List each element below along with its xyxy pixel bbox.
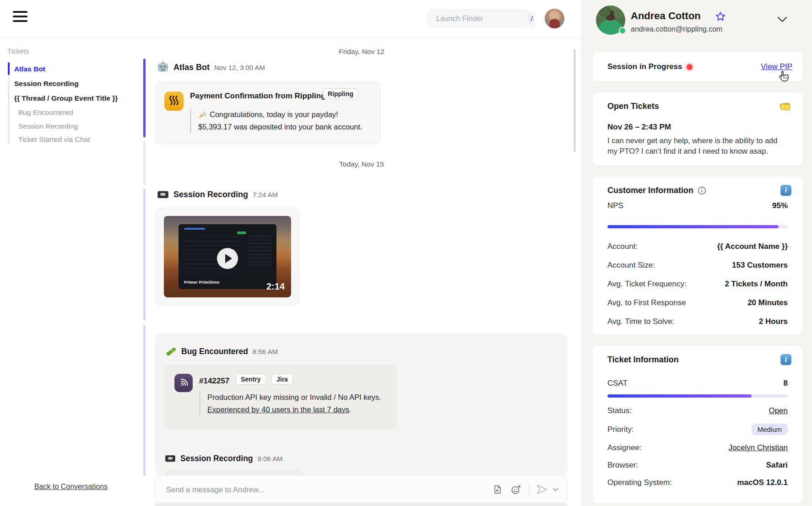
info-row-first-response: Avg. to First Response20 Minutes: [607, 298, 788, 307]
video-thumbnail[interactable]: Primer Primitives 2:14: [164, 216, 291, 297]
ticket-info-title: Ticket Information: [607, 355, 679, 365]
status-open-link[interactable]: Open: [769, 406, 788, 415]
tickets-icon: [779, 100, 791, 113]
cassette-icon: [157, 188, 169, 200]
message-header: Atlas Bot Nov 12, 3:00 AM: [157, 61, 265, 73]
send-message-icon[interactable]: [536, 484, 548, 495]
message-sender: Session Recording: [180, 454, 253, 463]
quote-line-1: Congratulations, today is your payday!: [210, 108, 338, 121]
payment-confirmation-card[interactable]: Payment Confirmation from Rippling Rippl…: [156, 81, 381, 144]
info-square-icon: i: [780, 185, 791, 196]
sidebar-item-atlas-bot[interactable]: Atlas Bot: [14, 65, 45, 73]
date-divider: Today, Nov 15: [156, 160, 568, 168]
video-duration: 2:14: [266, 281, 285, 292]
sidebar-item-session-recording-2[interactable]: Session Recording: [18, 122, 78, 130]
message-header: Bug Encountered 8:56 AM: [165, 346, 278, 357]
info-row-account: Account:{{ Account Name }}: [607, 242, 788, 251]
slash-shortcut-key: /: [531, 12, 533, 26]
sidebar-item-ticket-started-via-chat[interactable]: Ticket Started via Chat: [18, 135, 90, 144]
composer-divider: [529, 484, 530, 495]
payment-card-title: Payment Confirmation from Rippling: [190, 92, 326, 101]
ticket-message: I can never get any help, where is the a…: [607, 135, 790, 156]
message-composer[interactable]: [155, 475, 568, 504]
robot-icon: [157, 61, 169, 73]
agent-avatar[interactable]: [545, 9, 564, 28]
add-emoji-icon[interactable]: [510, 484, 522, 495]
thread-rail-segment: [143, 188, 146, 320]
bug-icon: [165, 346, 177, 357]
customer-name: Andrea Cotton: [631, 10, 701, 22]
info-row-account-size: Account Size:153 Customers: [607, 261, 788, 270]
sentry-badge: Sentry: [236, 374, 266, 385]
message-sender: Session Recording: [173, 190, 248, 199]
open-tickets-card: Open Tickets Nov 26 – 2:43 PM I can neve…: [593, 92, 802, 166]
favorite-star-icon[interactable]: [715, 11, 726, 22]
sidebar-item-session-recording[interactable]: Session Recording: [14, 80, 78, 88]
info-row-browser: Browser:Safari: [607, 461, 788, 470]
collapse-panel-chevron-icon[interactable]: [777, 16, 787, 23]
customer-info-title: Customer Information: [607, 186, 693, 195]
assignee-link[interactable]: Jocelyn Christian: [729, 443, 788, 452]
date-divider: Friday, Nov 12: [156, 48, 568, 56]
jira-badge: Jira: [271, 374, 293, 385]
bug-quote: Production API key missing or Invalid / …: [199, 391, 381, 416]
chat-scrollbar[interactable]: [574, 49, 576, 152]
thread-rail-segment: [143, 325, 146, 476]
message-input[interactable]: [166, 485, 485, 494]
ticket-information-card: Ticket Information i CSAT 8 Status:Open …: [593, 346, 802, 503]
bug-ticket-card[interactable]: #142257 Sentry Jira Production API key m…: [165, 365, 397, 429]
thread-rail-segment: [143, 141, 146, 185]
tickets-section-label: Tickets: [7, 47, 29, 55]
bug-ticket-id: #142257: [199, 377, 229, 386]
bug-line-1: Production API key missing or Invalid / …: [207, 391, 381, 404]
customer-email: andrea.cotton@rippling.com: [631, 25, 722, 33]
info-row-operating-system: Operating System:macOS 12.0.1: [607, 478, 788, 487]
thread-rail-active-segment: [143, 59, 146, 137]
attach-file-icon[interactable]: [492, 484, 503, 495]
session-title: Session in Progress: [607, 62, 682, 71]
live-session-dot: [687, 64, 693, 70]
info-row-assignee: Assignee:Jocelyn Christian: [607, 443, 788, 452]
bug-line-2-underlined[interactable]: Experienced by 40 users in the last 7 da…: [207, 405, 349, 414]
message-header: Session Recording 9:06 AM: [165, 453, 283, 464]
hand-cursor-icon: [778, 70, 790, 83]
info-row-ticket-frequency: Avg. Ticket Frequency:2 Tickets / Month: [607, 280, 788, 289]
search-input[interactable]: [436, 15, 531, 23]
message-time: 8:56 AM: [253, 348, 278, 355]
info-outline-icon[interactable]: [698, 186, 706, 195]
view-pip-link[interactable]: View PIP: [761, 62, 792, 71]
customer-information-card: Customer Information i NPS 95% Account:{…: [593, 177, 802, 335]
bug-line-2: Experienced by 40 users in the last 7 da…: [207, 404, 381, 416]
message-header: Session Recording 7:24 AM: [157, 188, 278, 200]
info-square-icon: i: [780, 354, 791, 365]
session-card: Session in Progress View PIP: [593, 52, 802, 81]
sidebar-active-rail: [8, 62, 10, 75]
cassette-icon: [165, 453, 176, 464]
priority-badge: Medium: [752, 424, 788, 435]
message-sender: Atlas Bot: [173, 63, 210, 72]
back-to-conversations-link[interactable]: Back to Conversations: [34, 483, 108, 491]
nps-value: 95%: [772, 201, 788, 210]
payment-quote: Congratulations, today is your payday! $…: [190, 108, 363, 133]
quote-line-2: $5,393.17 was deposited into your bank a…: [198, 121, 363, 133]
sentry-logo: [174, 374, 193, 392]
hamburger-menu-icon[interactable]: [13, 11, 29, 25]
message-sender: Bug Encountered: [181, 347, 248, 356]
message-time: Nov 12, 3:00 AM: [214, 64, 265, 71]
rippling-logo: [164, 92, 184, 111]
nps-progress-bar: [607, 225, 788, 228]
csat-progress-bar: [607, 394, 788, 398]
next-card-peek: [155, 502, 568, 506]
nps-label: NPS: [607, 201, 623, 210]
message-time: 7:24 AM: [253, 191, 278, 199]
party-popper-icon: [198, 111, 206, 119]
ticket-timestamp: Nov 26 – 2:43 PM: [607, 123, 671, 132]
info-row-priority: Priority:Medium: [607, 424, 788, 435]
launch-finder-search[interactable]: /: [426, 9, 532, 28]
sidebar-item-bug-encountered[interactable]: Bug Encountered: [18, 108, 73, 117]
sidebar-item-thread-group-title[interactable]: {{ Thread / Group Event Title }}: [14, 94, 118, 102]
send-options-chevron-icon[interactable]: [552, 484, 559, 495]
play-button[interactable]: [217, 248, 238, 269]
sidebar-rail: [8, 76, 10, 145]
info-row-time-to-solve: Avg. Time to Solve:2 Hours: [607, 317, 788, 326]
